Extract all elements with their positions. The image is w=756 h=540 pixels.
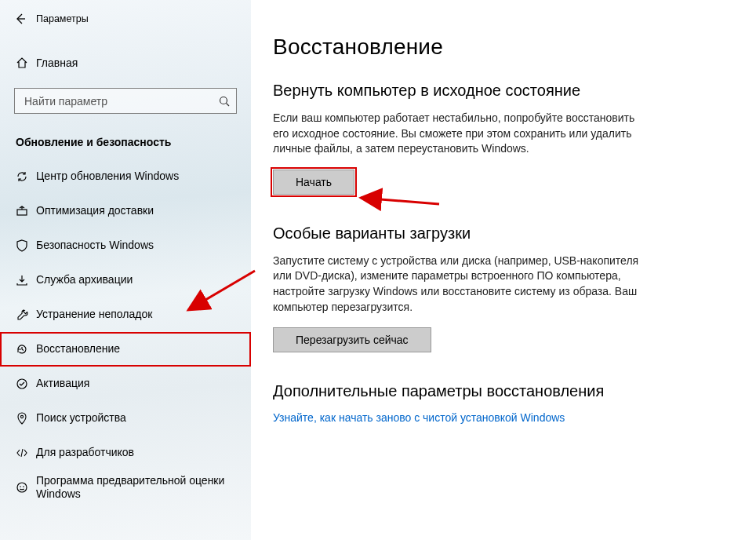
main-content: Восстановление Вернуть компьютер в исход… xyxy=(251,0,756,540)
sync-icon xyxy=(16,170,36,183)
home-icon xyxy=(16,57,36,69)
shield-icon xyxy=(16,239,36,252)
troubleshoot-icon xyxy=(16,308,36,321)
sidebar: Параметры Главная Обновление и безопасно… xyxy=(0,0,251,540)
svg-point-7 xyxy=(20,415,23,418)
sidebar-item-label: Программа предварительной оценки Windows xyxy=(36,474,242,502)
svg-point-8 xyxy=(17,483,27,492)
reset-pc-title: Вернуть компьютер в исходное состояние xyxy=(273,82,734,100)
window-title: Параметры xyxy=(36,13,89,24)
sidebar-item-windows-update[interactable]: Центр обновления Windows xyxy=(0,159,251,194)
backup-icon xyxy=(16,274,36,286)
sidebar-item-label: Поиск устройства xyxy=(36,411,126,425)
more-recovery-title: Дополнительные параметры восстановления xyxy=(273,382,734,400)
sidebar-item-activation[interactable]: Активация xyxy=(0,367,251,401)
search-icon xyxy=(217,94,231,108)
svg-point-6 xyxy=(17,379,27,389)
page-title: Восстановление xyxy=(273,35,734,60)
recovery-icon xyxy=(16,343,36,356)
svg-line-2 xyxy=(227,103,230,106)
developer-icon xyxy=(16,447,36,459)
advanced-startup-body: Запустите систему с устройства или диска… xyxy=(273,254,642,315)
restart-now-button[interactable]: Перезагрузить сейчас xyxy=(273,327,431,352)
home-button[interactable]: Главная xyxy=(0,47,251,78)
insider-icon xyxy=(16,481,36,494)
delivery-icon xyxy=(16,205,36,217)
more-recovery-section: Дополнительные параметры восстановления … xyxy=(273,382,734,424)
sidebar-item-recovery[interactable]: Восстановление xyxy=(0,332,251,367)
back-button[interactable] xyxy=(5,6,36,31)
advanced-startup-section: Особые варианты загрузки Запустите систе… xyxy=(273,224,734,352)
sidebar-item-label: Для разработчиков xyxy=(36,446,134,460)
sidebar-item-windows-security[interactable]: Безопасность Windows xyxy=(0,228,251,263)
advanced-startup-title: Особые варианты загрузки xyxy=(273,224,734,243)
sidebar-item-backup[interactable]: Служба архивации xyxy=(0,263,251,297)
sidebar-item-label: Безопасность Windows xyxy=(36,239,154,253)
sidebar-nav: Центр обновления Windows Оптимизация дос… xyxy=(0,159,251,505)
svg-point-10 xyxy=(23,486,24,487)
search-input[interactable] xyxy=(23,94,217,108)
activation-icon xyxy=(16,378,36,390)
sidebar-item-label: Служба архивации xyxy=(36,273,133,287)
find-device-icon xyxy=(16,412,36,425)
sidebar-item-find-my-device[interactable]: Поиск устройства xyxy=(0,401,251,436)
titlebar: Параметры xyxy=(0,6,251,31)
reset-pc-section: Вернуть компьютер в исходное состояние Е… xyxy=(273,82,734,195)
sidebar-item-troubleshoot[interactable]: Устранение неполадок xyxy=(0,297,251,332)
svg-point-9 xyxy=(20,486,21,487)
sidebar-item-label: Центр обновления Windows xyxy=(36,170,179,184)
sidebar-item-windows-insider[interactable]: Программа предварительной оценки Windows xyxy=(0,470,251,505)
search-box[interactable] xyxy=(14,88,237,114)
sidebar-item-delivery-optimization[interactable]: Оптимизация доставки xyxy=(0,194,251,228)
sidebar-item-for-developers[interactable]: Для разработчиков xyxy=(0,436,251,470)
reset-pc-body: Если ваш компьютер работает нестабильно,… xyxy=(273,111,642,157)
sidebar-item-label: Восстановление xyxy=(36,342,120,356)
sidebar-item-label: Оптимизация доставки xyxy=(36,204,154,218)
fresh-start-link[interactable]: Узнайте, как начать заново с чистой уста… xyxy=(273,411,565,424)
svg-rect-3 xyxy=(17,210,27,215)
sidebar-item-label: Активация xyxy=(36,377,89,391)
sidebar-group-title: Обновление и безопасность xyxy=(16,136,251,148)
svg-point-1 xyxy=(220,97,227,104)
home-label: Главная xyxy=(36,57,78,69)
sidebar-item-label: Устранение неполадок xyxy=(36,308,152,322)
arrow-left-icon xyxy=(14,13,27,25)
svg-line-5 xyxy=(22,349,24,351)
reset-pc-start-button[interactable]: Начать xyxy=(273,170,354,195)
